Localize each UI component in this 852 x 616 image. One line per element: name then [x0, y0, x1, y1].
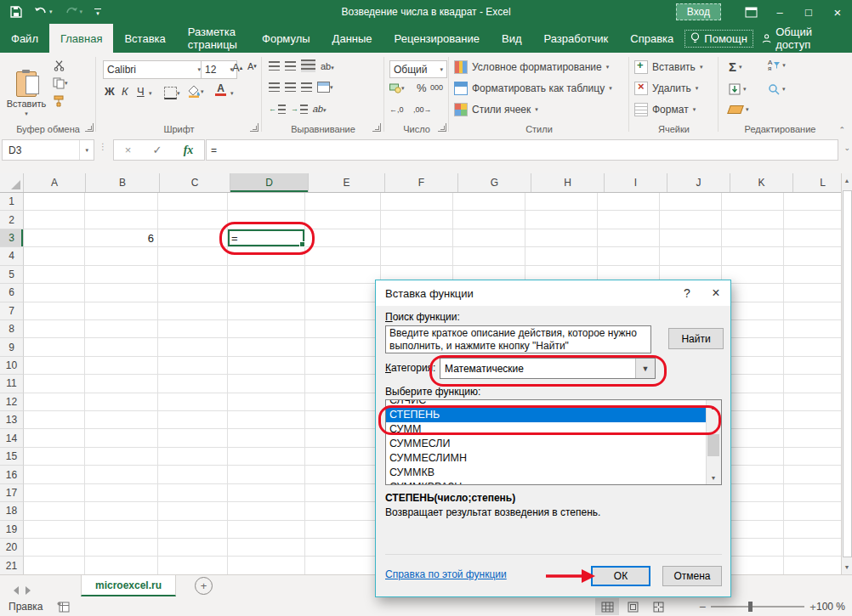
- zoom-level[interactable]: 100 %: [816, 601, 845, 613]
- cell-D16[interactable]: [228, 466, 305, 483]
- cell-E21[interactable]: [305, 557, 381, 574]
- cell-A18[interactable]: [24, 502, 85, 520]
- scroll-up-icon[interactable]: ▲: [842, 173, 852, 188]
- cell-F1[interactable]: [381, 193, 453, 211]
- borders-button[interactable]: ▾: [164, 87, 180, 99]
- list-scroll-down-icon[interactable]: ▼: [707, 471, 720, 484]
- cell-L4[interactable]: [784, 247, 842, 265]
- cell-D18[interactable]: [228, 502, 305, 520]
- cell-B14[interactable]: [85, 429, 158, 447]
- formula-bar-splitter[interactable]: ⋮: [99, 142, 108, 151]
- cell-A15[interactable]: [24, 448, 85, 466]
- name-box-chevron-icon[interactable]: ▾: [79, 140, 94, 160]
- vertical-scrollbar[interactable]: ▲ ▼: [841, 173, 852, 574]
- cell-B18[interactable]: [85, 502, 158, 520]
- fill-color-button[interactable]: ▾: [188, 85, 204, 98]
- column-header-B[interactable]: B: [86, 173, 160, 192]
- normal-view-button[interactable]: [595, 598, 619, 615]
- cell-D11[interactable]: [228, 375, 305, 393]
- insert-function-icon[interactable]: fx: [184, 144, 194, 157]
- cell-D20[interactable]: [228, 539, 305, 557]
- cell-E1[interactable]: [305, 193, 381, 211]
- cell-A12[interactable]: [24, 393, 85, 411]
- cell-E2[interactable]: [305, 211, 381, 229]
- cell-D2[interactable]: [228, 211, 305, 229]
- cell-B13[interactable]: [85, 411, 158, 429]
- copy-button[interactable]: ▾: [53, 77, 68, 89]
- undo-icon[interactable]: ▾: [34, 7, 53, 18]
- cell-I4[interactable]: [598, 247, 660, 265]
- wrap-text-icon[interactable]: ab▾: [312, 104, 327, 114]
- select-all-corner[interactable]: [0, 173, 24, 192]
- cell-F3[interactable]: [381, 229, 453, 247]
- find-select-button[interactable]: ▾: [768, 83, 786, 95]
- sheet-tab[interactable]: microexcel.ru: [81, 575, 176, 596]
- cell-L19[interactable]: [784, 521, 842, 539]
- cell-B6[interactable]: [85, 284, 158, 302]
- cell-A8[interactable]: [24, 320, 85, 338]
- cell-C4[interactable]: [158, 247, 228, 265]
- function-item-СУММЕСЛИМН[interactable]: СУММЕСЛИМН: [386, 451, 721, 466]
- column-header-C[interactable]: C: [160, 173, 230, 192]
- list-scrollbar[interactable]: ▲ ▼: [706, 400, 721, 484]
- cell-C19[interactable]: [158, 521, 228, 539]
- cell-C3[interactable]: [158, 229, 228, 247]
- function-item-СУММКВ[interactable]: СУММКВ: [386, 466, 721, 480]
- ribbon-tab-Рецензирование[interactable]: Рецензирование: [383, 24, 491, 53]
- cell-E9[interactable]: [305, 338, 381, 356]
- cell-L7[interactable]: [784, 302, 842, 320]
- cell-L5[interactable]: [784, 266, 842, 284]
- cell-G2[interactable]: [453, 211, 525, 229]
- row-header-21[interactable]: 21: [0, 557, 24, 574]
- underline-chevron-icon[interactable]: ▾: [149, 90, 152, 97]
- cell-E12[interactable]: [305, 393, 381, 411]
- cell-E5[interactable]: [305, 266, 381, 284]
- decrease-font-button[interactable]: А▾: [247, 61, 257, 71]
- cell-L16[interactable]: [784, 466, 842, 483]
- cell-B1[interactable]: [85, 193, 158, 211]
- cell-H1[interactable]: [525, 193, 598, 211]
- orientation-icon[interactable]: ab▾: [321, 61, 334, 71]
- redo-icon[interactable]: ▾: [65, 7, 83, 18]
- cell-I3[interactable]: [598, 229, 660, 247]
- minimize-button[interactable]: –: [765, 0, 794, 24]
- search-function-input[interactable]: Введите краткое описание действия, котор…: [385, 325, 651, 353]
- row-header-7[interactable]: 7: [0, 302, 24, 320]
- ribbon-tab-Формулы[interactable]: Формулы: [251, 24, 321, 53]
- ribbon-tab-Данные[interactable]: Данные: [321, 24, 383, 53]
- function-item-СУММЕСЛИ[interactable]: СУММЕСЛИ: [386, 437, 721, 451]
- cell-I2[interactable]: [598, 211, 660, 229]
- fill-button[interactable]: ▾: [729, 83, 747, 95]
- ribbon-display-options-icon[interactable]: [736, 0, 765, 24]
- cell-C1[interactable]: [158, 193, 228, 211]
- row-header-18[interactable]: 18: [0, 502, 24, 520]
- list-scroll-up-icon[interactable]: ▲: [707, 400, 720, 414]
- format-painter-button[interactable]: [53, 95, 68, 107]
- cell-E18[interactable]: [305, 502, 381, 520]
- font-color-button[interactable]: А: [215, 84, 226, 96]
- cell-L12[interactable]: [784, 393, 842, 411]
- cell-L21[interactable]: [784, 557, 842, 574]
- cell-E15[interactable]: [305, 448, 381, 466]
- cell-A9[interactable]: [24, 338, 85, 356]
- scroll-down-icon[interactable]: ▼: [842, 560, 852, 574]
- cell-K3[interactable]: [722, 229, 784, 247]
- percent-button[interactable]: %: [417, 82, 427, 94]
- page-break-view-button[interactable]: [646, 598, 670, 615]
- cell-B8[interactable]: [85, 320, 158, 338]
- cell-A11[interactable]: [24, 375, 85, 393]
- cell-J4[interactable]: [660, 247, 722, 265]
- category-select[interactable]: Математические ▼: [440, 358, 656, 379]
- cell-L15[interactable]: [784, 448, 842, 466]
- column-header-I[interactable]: I: [605, 173, 667, 192]
- tell-me-tab[interactable]: Помощн: [684, 30, 753, 48]
- cell-G1[interactable]: [453, 193, 525, 211]
- conditional-formatting-button[interactable]: Условное форматирование▾: [454, 60, 609, 74]
- page-layout-view-button[interactable]: [621, 598, 645, 615]
- row-header-6[interactable]: 6: [0, 284, 24, 302]
- cell-E7[interactable]: [305, 302, 381, 320]
- column-header-H[interactable]: H: [531, 173, 605, 192]
- cell-A19[interactable]: [24, 521, 85, 539]
- cell-C16[interactable]: [158, 466, 228, 483]
- row-header-12[interactable]: 12: [0, 393, 24, 411]
